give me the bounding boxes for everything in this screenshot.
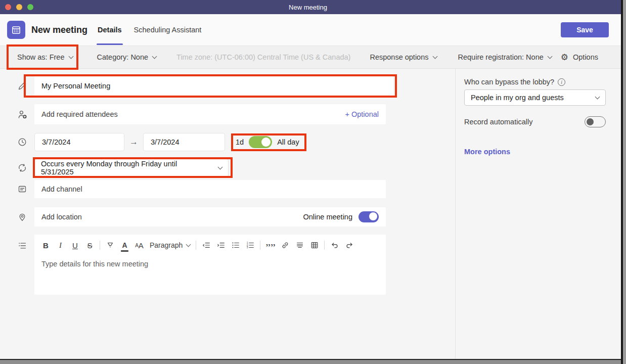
page-title: New meeting bbox=[31, 25, 87, 35]
time-zone-label: Time zone: (UTC-06:00) Central Time (US … bbox=[176, 53, 350, 61]
chevron-down-icon bbox=[432, 54, 437, 59]
show-as-label: Show as: Free bbox=[17, 53, 65, 61]
chevron-down-icon bbox=[547, 54, 552, 59]
undo-icon[interactable] bbox=[327, 239, 342, 252]
window-titlebar: New meeting bbox=[0, 0, 621, 14]
save-button[interactable]: Save bbox=[561, 22, 609, 37]
add-optional-attendees-link[interactable]: + Optional bbox=[345, 110, 379, 118]
info-icon[interactable]: i bbox=[558, 78, 565, 86]
tab-details[interactable]: Details bbox=[92, 14, 128, 46]
toolbar-divider bbox=[324, 241, 325, 250]
meeting-title-input[interactable] bbox=[34, 76, 393, 96]
indent-icon[interactable] bbox=[213, 239, 228, 252]
toggle-knob bbox=[369, 212, 377, 220]
screen: New meeting New meeting Details Scheduli… bbox=[0, 0, 626, 364]
format-toolbar: B I U S A AA Paragraph bbox=[34, 235, 386, 254]
font-color-button[interactable]: A bbox=[117, 239, 132, 252]
pencil-icon bbox=[14, 81, 34, 91]
record-automatically-row: Record automatically bbox=[464, 116, 606, 127]
date-row: → 1d All day bbox=[14, 133, 299, 151]
recurrence-row: Occurs every Monday through Friday until… bbox=[14, 158, 229, 177]
toggle-knob bbox=[587, 118, 594, 125]
add-location-field[interactable]: Add location Online meeting bbox=[34, 207, 386, 226]
record-label: Record automatically bbox=[464, 118, 532, 126]
category-dropdown[interactable]: Category: None bbox=[97, 53, 157, 61]
chevron-down-icon bbox=[68, 54, 73, 59]
underline-button[interactable]: U bbox=[68, 239, 82, 252]
date-range-arrow-icon: → bbox=[124, 137, 143, 147]
lobby-dropdown[interactable]: People in my org and guests bbox=[464, 89, 606, 106]
description-placeholder: Type details for this new meeting bbox=[34, 254, 386, 268]
chevron-down-icon bbox=[595, 94, 600, 99]
channel-row: Add channel bbox=[14, 180, 386, 198]
lobby-value: People in my org and guests bbox=[471, 94, 564, 102]
require-registration-label: Require registration: None bbox=[458, 53, 544, 61]
channel-icon bbox=[14, 184, 34, 194]
channel-placeholder: Add channel bbox=[41, 185, 82, 193]
outdent-icon[interactable] bbox=[199, 239, 213, 252]
quote-icon[interactable]: ”” bbox=[263, 239, 278, 252]
paragraph-dropdown[interactable]: Paragraph bbox=[147, 239, 193, 252]
tab-scheduling-assistant[interactable]: Scheduling Assistant bbox=[128, 14, 208, 46]
more-options-link[interactable]: More options bbox=[464, 148, 510, 156]
toolbar-divider bbox=[260, 241, 260, 250]
options-label: Options bbox=[573, 53, 598, 61]
end-date-input[interactable] bbox=[143, 133, 225, 151]
tab-scheduling-assistant-label: Scheduling Assistant bbox=[134, 26, 202, 34]
add-channel-field[interactable]: Add channel bbox=[34, 180, 386, 198]
record-automatically-toggle[interactable] bbox=[585, 116, 606, 127]
location-icon bbox=[14, 212, 34, 222]
options-button[interactable]: ⚙ Options bbox=[561, 53, 598, 62]
tab-details-label: Details bbox=[98, 26, 122, 34]
highlight-icon[interactable] bbox=[103, 239, 117, 252]
recurrence-dropdown[interactable]: Occurs every Monday through Friday until… bbox=[34, 159, 229, 177]
background-window-edge-right bbox=[621, 0, 626, 364]
duration-badge: 1d bbox=[236, 138, 244, 146]
lobby-question: Who can bypass the lobby? i bbox=[464, 78, 565, 86]
response-options-label: Response options bbox=[370, 53, 428, 61]
location-row: Add location Online meeting bbox=[14, 207, 386, 226]
bullet-list-icon[interactable] bbox=[228, 239, 243, 252]
calendar-icon bbox=[7, 21, 25, 39]
toggle-knob bbox=[261, 138, 271, 147]
font-size-button[interactable]: AA bbox=[132, 239, 147, 252]
numbered-list-icon[interactable]: 1 2 3 bbox=[243, 239, 257, 252]
online-meeting-label: Online meeting bbox=[303, 213, 352, 221]
show-as-dropdown[interactable]: Show as: Free bbox=[17, 53, 73, 61]
meeting-form: Add required attendees + Optional → 1d A… bbox=[0, 69, 621, 359]
repeat-icon bbox=[14, 163, 34, 173]
titlebar-title: New meeting bbox=[0, 4, 616, 11]
all-day-toggle[interactable] bbox=[249, 136, 272, 148]
attendees-row: Add required attendees + Optional bbox=[14, 104, 386, 124]
redo-icon[interactable] bbox=[342, 239, 356, 252]
agenda-icon bbox=[14, 235, 34, 251]
recurrence-value: Occurs every Monday through Friday until… bbox=[41, 160, 211, 176]
meeting-header: New meeting Details Scheduling Assistant… bbox=[0, 14, 621, 46]
bold-button[interactable]: B bbox=[38, 239, 53, 252]
link-icon[interactable] bbox=[278, 239, 292, 252]
description-editor[interactable]: B I U S A AA Paragraph bbox=[34, 235, 386, 295]
italic-button[interactable]: I bbox=[53, 239, 68, 252]
clock-icon bbox=[14, 137, 34, 147]
online-meeting-toggle[interactable] bbox=[359, 211, 379, 222]
meeting-options-sidebar: Who can bypass the lobby? i People in my… bbox=[455, 69, 621, 359]
table-icon[interactable] bbox=[307, 239, 322, 252]
description-row: B I U S A AA Paragraph bbox=[14, 235, 386, 295]
gear-icon: ⚙ bbox=[561, 53, 568, 62]
chevron-down-icon bbox=[186, 242, 191, 247]
chevron-down-icon bbox=[218, 164, 223, 169]
attendees-placeholder: Add required attendees bbox=[41, 110, 118, 118]
location-placeholder: Add location bbox=[41, 213, 82, 221]
required-attendees-field[interactable]: Add required attendees + Optional bbox=[34, 104, 386, 124]
start-date-input[interactable] bbox=[34, 133, 124, 151]
svg-text:3: 3 bbox=[247, 246, 248, 249]
person-add-icon bbox=[14, 109, 34, 120]
strikethrough-button[interactable]: S bbox=[82, 239, 97, 252]
title-row bbox=[14, 76, 393, 96]
background-window-edge-bottom bbox=[0, 359, 621, 364]
toolbar-divider bbox=[196, 241, 196, 250]
require-registration-dropdown[interactable]: Require registration: None bbox=[458, 53, 552, 61]
horizontal-rule-icon[interactable] bbox=[292, 239, 307, 252]
response-options-dropdown[interactable]: Response options bbox=[370, 53, 436, 61]
category-label: Category: None bbox=[97, 53, 149, 61]
